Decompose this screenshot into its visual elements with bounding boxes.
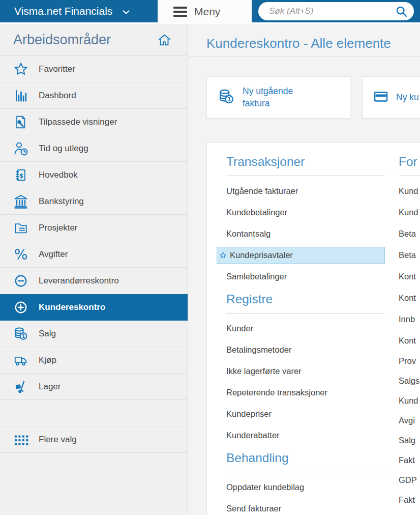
link-item[interactable]: Kund [399, 180, 420, 202]
link-item[interactable]: Innb [399, 308, 420, 330]
sidebar-item-favoritter[interactable]: Favoritter [0, 56, 188, 82]
foresporsler-list: Kund Kund Beta Beta Kont Kont Innb Kont … [399, 180, 420, 510]
hamburger-icon [173, 7, 187, 17]
sidebar-item-dashbord[interactable]: Dashbord [0, 82, 188, 109]
grid-dots-icon [12, 432, 29, 447]
sidebar-item-tid-og-utlegg[interactable]: Tid og utlegg [0, 135, 188, 162]
sidebar-item-label: Flere valg [39, 435, 77, 445]
link-item[interactable]: Kunderabatter [226, 424, 385, 446]
menu-label: Meny [194, 6, 220, 18]
percent-icon: % [12, 247, 29, 262]
link-item[interactable]: Kunder [226, 318, 385, 339]
bar-chart-icon [12, 88, 29, 103]
link-item[interactable]: Kont [399, 330, 420, 351]
sidebar-item-kjop[interactable]: Kjøp [0, 347, 188, 374]
sidebar-item-salg[interactable]: 1 Salg [0, 321, 188, 347]
sidebar-item-kundereskontro[interactable]: Kundereskontro [0, 294, 188, 321]
search-box [258, 2, 414, 20]
chevron-down-icon [123, 10, 130, 15]
link-item[interactable]: Prov [399, 351, 420, 371]
sidebar-item-label: Dashbord [39, 91, 76, 101]
link-item[interactable]: Send fakturaer [226, 498, 385, 515]
link-item[interactable]: Kund [399, 391, 420, 411]
link-item[interactable]: Kund [399, 202, 420, 223]
link-item[interactable]: Salg [399, 431, 420, 450]
link-item[interactable]: Oppdater kundebilag [226, 476, 385, 498]
sidebar-item-leverandorreskontro[interactable]: Leverandørreskontro [0, 268, 188, 294]
link-item-highlighted[interactable]: Kundeprisavtaler [226, 244, 385, 266]
coins-invoice-icon: 1 [218, 88, 235, 107]
top-bar: Visma.net Financials Meny [0, 0, 420, 24]
page-title: Kundereskontro - Alle elemente [206, 36, 391, 51]
sidebar-item-label: Leverandørreskontro [39, 276, 119, 286]
app-brand-menu[interactable]: Visma.net Financials [0, 0, 158, 22]
sidebar-item-hovedbok[interactable]: $ Hovedbok [0, 162, 188, 188]
card-label: Ny utgående faktura [243, 85, 308, 109]
ledger-book-icon: $ [12, 167, 29, 183]
new-outgoing-invoice-button[interactable]: 1 Ny utgående faktura [206, 76, 350, 119]
sidebar-item-label: Tid og utlegg [39, 144, 88, 154]
menu-button[interactable]: Meny [158, 0, 252, 23]
link-item[interactable]: Utgående fakturaer [226, 180, 385, 202]
sidebar-workspaces: Arbeidsområder Favoritter Dashbord [0, 24, 188, 515]
link-item[interactable]: Betalingsmetoder [226, 339, 385, 360]
circle-plus-icon [12, 300, 29, 315]
link-item[interactable]: Repeterende transaksjoner [226, 382, 385, 403]
link-item[interactable]: Kont [399, 266, 420, 287]
sidebar-item-label: Avgifter [39, 249, 68, 260]
behandling-list: Oppdater kundebilag Send fakturaer [226, 476, 385, 515]
link-item[interactable]: Beta [399, 244, 420, 266]
link-item[interactable]: Avgi [399, 411, 420, 431]
right-column: For Kund Kund Beta Beta Kont Kont Innb K… [399, 142, 420, 510]
link-item[interactable]: Kundepriser [226, 403, 385, 424]
home-icon[interactable] [157, 33, 172, 47]
svg-text:%: % [14, 246, 27, 263]
sidebar-item-label: Salg [39, 329, 56, 339]
sidebar-item-label: Prosjekter [39, 223, 78, 233]
link-item[interactable]: Fakt [399, 450, 420, 470]
link-item[interactable]: Fakt [399, 490, 420, 510]
sidebar-item-lager[interactable]: Lager [0, 374, 188, 400]
svg-text:1: 1 [21, 333, 25, 339]
app-title: Visma.net Financials [14, 5, 112, 17]
search-icon[interactable] [395, 5, 408, 18]
link-item[interactable]: Beta [399, 223, 420, 244]
folder-icon [12, 220, 29, 236]
sidebar-item-bankstyring[interactable]: Bankstyring [0, 188, 188, 215]
person-clock-icon [12, 141, 29, 156]
new-customer-payment-button[interactable]: Ny ku [362, 76, 420, 119]
sidebar-item-label: Kjøp [39, 355, 56, 365]
link-item[interactable]: Salgs [399, 371, 420, 391]
hand-truck-icon [12, 379, 29, 394]
circle-minus-icon [12, 273, 29, 289]
sidebar-item-flere-valg[interactable]: Flere valg [0, 426, 188, 453]
workspace-panel: Transaksjoner Utgående fakturaer Kundebe… [206, 142, 420, 515]
search-input[interactable] [269, 6, 395, 16]
search-area [252, 0, 420, 22]
sidebar-item-avgifter[interactable]: % Avgifter [0, 241, 188, 268]
sidebar-item-label: Lager [39, 382, 61, 392]
link-item[interactable]: GDP [399, 470, 420, 490]
svg-text:$: $ [19, 171, 23, 179]
left-column: Transaksjoner Utgående fakturaer Kundebe… [226, 142, 385, 515]
bank-icon [12, 194, 29, 209]
link-label: Kundeprisavtaler [230, 250, 293, 260]
link-item[interactable]: Ikke lagerførte varer [226, 360, 385, 382]
page-wrench-icon [12, 115, 29, 130]
star-icon [12, 62, 29, 77]
sidebar-item-tilpassede-visninger[interactable]: Tilpassede visninger [0, 109, 188, 135]
sidebar-header: Arbeidsområder [0, 24, 188, 56]
link-item[interactable]: Kundebetalinger [226, 202, 385, 223]
sidebar-item-label: Bankstyring [39, 196, 84, 207]
link-item[interactable]: Samlebetalinger [226, 266, 385, 287]
transaksjoner-list: Utgående fakturaer Kundebetalinger Konta… [226, 180, 385, 287]
section-title-foresporsler: For [399, 155, 420, 176]
coins-icon: 1 [12, 326, 29, 341]
favorite-star-icon[interactable] [219, 251, 227, 259]
link-item[interactable]: Kontantsalg [226, 223, 385, 244]
sidebar-item-label: Favoritter [39, 64, 75, 74]
link-item[interactable]: Kont [399, 287, 420, 308]
section-title-registre: Registre [226, 292, 385, 313]
title-divider [189, 56, 420, 57]
sidebar-item-prosjekter[interactable]: Prosjekter [0, 215, 188, 241]
